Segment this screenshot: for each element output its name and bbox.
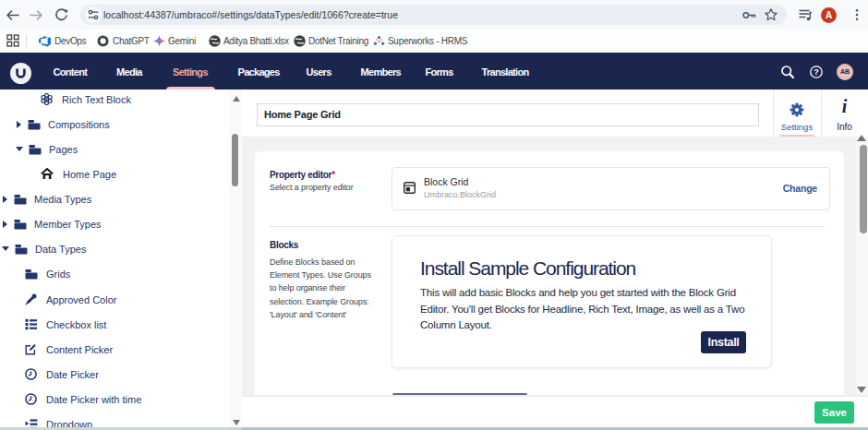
svg-text:?: ?	[814, 67, 819, 77]
